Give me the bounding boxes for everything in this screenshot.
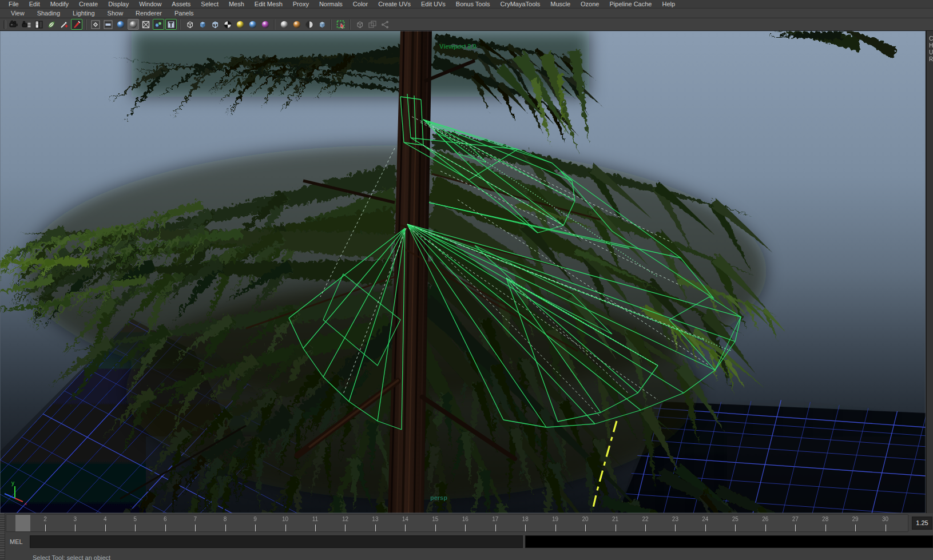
wireframe-cube-icon[interactable] [184,19,196,30]
frame-tick-label: 29 [852,516,859,522]
viewport-panel[interactable]: yxViewport 2.0persp CHUR [0,31,933,513]
toolbar-separator [273,19,277,30]
menu-ozone[interactable]: Ozone [575,0,604,9]
ssao-icon[interactable] [291,19,303,30]
frame-tick-label: 23 [672,516,678,522]
timeline-grip[interactable] [0,513,5,533]
frame-tick [555,525,556,531]
image-plane-icon[interactable] [46,19,57,30]
menu-bonus-tools[interactable]: Bonus Tools [451,0,495,9]
menu-modify[interactable]: Modify [45,0,74,9]
menu-display[interactable]: Display [103,0,134,9]
share-nodes-icon [379,19,391,30]
wire-on-shaded-icon[interactable] [209,19,221,30]
command-line-grip[interactable] [0,533,5,550]
toolbar-handle[interactable] [3,20,6,29]
frame-tick [255,525,256,531]
menu-pipeline-cache[interactable]: Pipeline Cache [604,0,657,9]
menu-proxy[interactable]: Proxy [288,0,314,9]
panel-menu-renderer[interactable]: Renderer [129,10,168,17]
bounding-box-icon[interactable] [140,19,152,30]
depth-of-field-icon[interactable] [316,19,328,30]
axis-x-label: x [25,501,27,506]
mel-label[interactable]: MEL [5,538,30,545]
frame-tick [285,525,286,531]
panel-toolbar [0,18,933,31]
frame-tick-label: 6 [164,516,167,522]
scene-cube-icon [354,19,366,30]
frame-tick-label: 8 [224,516,227,522]
menu-create-uvs[interactable]: Create UVs [373,0,416,9]
select-camera-icon[interactable] [8,19,19,30]
menu-select[interactable]: Select [196,0,224,9]
frame-tick-label: 2 [43,516,47,522]
grease-pencil-icon[interactable] [71,19,82,30]
panel-menu-lighting[interactable]: Lighting [66,10,101,17]
frame-tick [675,525,676,531]
toolbar-separator [178,19,182,30]
current-frame-marker[interactable] [15,515,30,531]
perspective-viewport[interactable]: yxViewport 2.0persp [0,31,926,513]
default-material-icon[interactable] [153,19,164,30]
isolate-select-icon[interactable] [335,19,347,30]
frame-tick [585,525,586,531]
shadows-icon[interactable] [279,19,290,30]
no-lights-icon[interactable] [260,19,271,30]
panel-menu-shading[interactable]: Shading [31,10,66,17]
panel-menu-panels[interactable]: Panels [168,10,200,17]
frame-tick-label: 20 [582,516,588,522]
menu-color[interactable]: Color [348,0,373,9]
menu-edit-uvs[interactable]: Edit UVs [416,0,451,9]
menu-edit-mesh[interactable]: Edit Mesh [249,0,288,9]
side-tab-letter: R [929,56,933,63]
help-line-grip[interactable] [0,550,5,559]
motion-blur-icon[interactable] [304,19,315,30]
frame-tick [735,525,736,531]
menu-create[interactable]: Create [74,0,103,9]
menu-crymayatools[interactable]: CryMayaTools [495,0,546,9]
frame-tick-label: 3 [74,516,77,522]
panel-menu-show[interactable]: Show [101,10,130,17]
frame-tick-label: 17 [492,516,498,522]
bookmarks-icon[interactable] [33,19,45,30]
flat-shade-icon[interactable] [128,19,139,30]
smooth-shade-icon[interactable] [115,19,126,30]
frame-tick-label: 25 [732,516,739,522]
frame-tick [616,525,616,531]
default-light-icon[interactable] [247,19,259,30]
panel-menu-view[interactable]: View [5,10,31,17]
menu-window[interactable]: Window [134,0,166,9]
collapsed-side-panel-tab[interactable]: CHUR [926,31,933,513]
frame-tick [765,525,766,531]
frame-tick [315,525,316,531]
textured-mode-icon[interactable] [165,19,177,30]
film-gate-icon[interactable] [102,19,114,30]
mel-input[interactable] [30,535,523,548]
toolbar-separator [329,19,334,30]
menu-normals[interactable]: Normals [314,0,348,9]
frame-tick [135,525,136,531]
frame-tick [225,525,226,531]
frame-tick [795,525,796,531]
menu-edit[interactable]: Edit [24,0,45,9]
ambient-light-icon[interactable] [235,19,246,30]
toolbar-separator [348,19,352,30]
menu-file[interactable]: File [3,0,24,9]
use-all-lights-icon[interactable] [222,19,233,30]
side-tab-letter: C [929,35,933,42]
current-time-field[interactable]: 1.25 [912,517,932,530]
menu-muscle[interactable]: Muscle [545,0,575,9]
camera-attributes-icon[interactable] [21,19,32,30]
frame-tick [345,525,346,531]
frame-tick [645,525,646,531]
frame-tick [705,525,706,531]
menu-mesh[interactable]: Mesh [224,0,249,9]
wireframe-mode-icon[interactable] [90,19,101,30]
panel-menu-bar: ViewShadingLightingShowRendererPanels [0,9,933,18]
frame-ruler[interactable]: 2345678910111213141516171819202122232425… [6,514,908,532]
menu-assets[interactable]: Assets [166,0,196,9]
menu-help[interactable]: Help [657,0,680,9]
layered-view-icon [367,19,378,30]
shaded-cube-icon[interactable] [197,19,208,30]
pan-zoom-icon[interactable] [58,19,70,30]
